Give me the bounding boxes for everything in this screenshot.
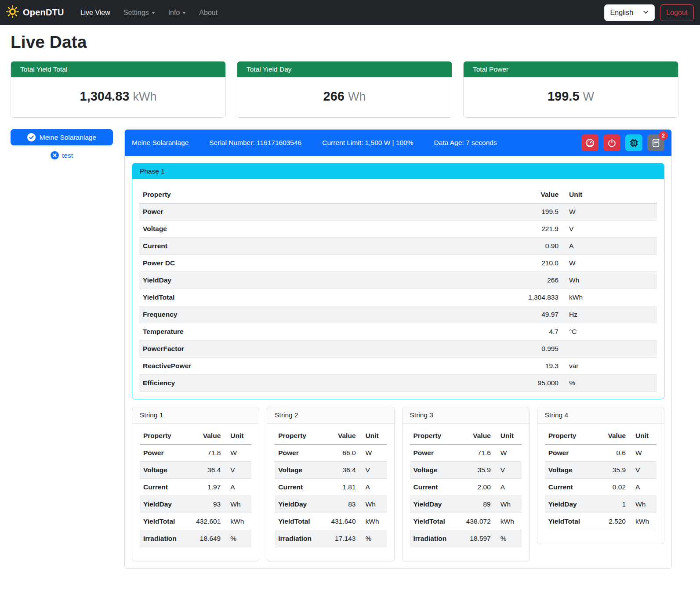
value-cell: 1,304.833 (505, 289, 562, 306)
table-row: YieldDay 266 Wh (139, 272, 657, 289)
table-row: ReactivePower 19.3 var (139, 358, 657, 375)
value-cell: 93 (184, 496, 224, 513)
value-cell: 4.7 (505, 323, 562, 340)
table-row: YieldTotal 432.601 kWh (140, 513, 251, 530)
string-1-table: Property Value Unit Power 71.8 (140, 427, 251, 547)
table-row: YieldTotal 431.640 kWh (275, 513, 386, 530)
property-cell: YieldTotal (275, 513, 319, 530)
property-cell: Frequency (139, 306, 505, 323)
inverter-button-active[interactable]: Meine Solaranlage (11, 129, 113, 145)
table-row: Efficiency 95.000 % (139, 375, 657, 392)
unit-cell: W (562, 203, 657, 221)
value-cell: 36.4 (319, 462, 359, 479)
metric-value: 266 (323, 89, 345, 103)
column-header-unit: Unit (494, 427, 522, 445)
property-cell: Voltage (140, 462, 184, 479)
string-2-table: Property Value Unit Power 66.0 (275, 427, 386, 547)
metric-unit: kWh (133, 90, 156, 103)
property-cell: ReactivePower (139, 358, 505, 375)
phase-table: Property Value Unit Power 199.5 W (139, 186, 657, 392)
property-cell: YieldDay (139, 272, 505, 289)
column-header-value: Value (589, 427, 629, 445)
card-value: 1,304.83kWh (11, 77, 225, 117)
power-button[interactable] (603, 134, 620, 151)
check-circle-icon (27, 133, 36, 141)
phase-panel: Phase 1 Property Value Unit (132, 163, 664, 399)
page-title: Live Data (11, 33, 689, 52)
unit-cell: A (562, 238, 657, 255)
column-header-property: Property (410, 427, 454, 445)
string-card-body: Property Value Unit Power 71.6 (403, 423, 529, 561)
nav-settings[interactable]: Settings (117, 5, 162, 20)
property-cell: Voltage (410, 462, 454, 479)
property-cell: YieldDay (140, 496, 184, 513)
event-log-button[interactable]: 2 (647, 134, 664, 151)
string-card-title: String 1 (132, 407, 259, 423)
value-cell: 71.6 (454, 445, 494, 462)
journal-text-icon (651, 138, 660, 148)
property-cell: YieldTotal (410, 513, 454, 530)
property-cell: Current (410, 479, 454, 496)
brand-name: OpenDTU (23, 7, 64, 18)
nav-about[interactable]: About (192, 5, 224, 20)
brand[interactable]: OpenDTU (6, 5, 64, 20)
value-cell: 95.000 (505, 375, 562, 392)
unit-cell: % (562, 375, 657, 392)
inverter-body: Phase 1 Property Value Unit (125, 156, 671, 568)
device-info-button[interactable] (625, 134, 642, 151)
inverter-header: Meine Solaranlage Serial Number: 1161716… (125, 130, 671, 156)
metric-value: 1,304.83 (80, 89, 130, 103)
value-cell: 199.5 (505, 203, 562, 221)
table-row: YieldDay 83 Wh (275, 496, 386, 513)
limit-settings-button[interactable] (581, 134, 598, 151)
value-cell: 432.601 (184, 513, 224, 530)
property-cell: Power (275, 445, 319, 462)
unit-cell: V (359, 462, 387, 479)
column-header-value: Value (505, 186, 562, 203)
table-row: Temperature 4.7 °C (139, 323, 657, 340)
card-title: Total Yield Day (237, 62, 452, 77)
value-cell: 0.02 (589, 479, 629, 496)
total-yield-day-card: Total Yield Day 266Wh (237, 61, 452, 118)
unit-cell: Wh (629, 496, 656, 513)
inverter-link-test[interactable]: test (11, 151, 113, 159)
property-cell: YieldTotal (140, 513, 184, 530)
nav-info[interactable]: Info (162, 5, 193, 20)
column-header-property: Property (275, 427, 319, 445)
property-cell: Current (140, 479, 184, 496)
value-cell: 221.9 (505, 221, 562, 238)
value-cell: 0.90 (505, 238, 562, 255)
property-cell: Efficiency (139, 375, 505, 392)
column-header-property: Property (545, 427, 589, 445)
property-cell: Irradiation (410, 530, 454, 547)
unit-cell: % (494, 530, 522, 547)
table-row: Power DC 210.0 W (139, 255, 657, 272)
value-cell: 49.97 (505, 306, 562, 323)
unit-cell: kWh (562, 289, 657, 306)
property-cell: Voltage (545, 462, 589, 479)
value-cell: 66.0 (319, 445, 359, 462)
speedometer-icon (585, 138, 595, 148)
card-value: 266Wh (237, 77, 452, 117)
string-3-card: String 3 Property Value Unit (402, 407, 530, 561)
table-row: YieldTotal 2.520 kWh (545, 513, 656, 530)
nav-live-view[interactable]: Live View (74, 5, 117, 20)
value-cell: 83 (319, 496, 359, 513)
property-cell: Temperature (139, 323, 505, 340)
unit-cell: Wh (494, 496, 522, 513)
x-circle-icon (51, 151, 59, 159)
value-cell: 1.81 (319, 479, 359, 496)
unit-cell: A (494, 479, 522, 496)
value-cell: 35.9 (589, 462, 629, 479)
string-1-card: String 1 Property Value Unit (132, 407, 259, 561)
property-cell: YieldTotal (545, 513, 589, 530)
logout-button[interactable]: Logout (660, 4, 694, 21)
property-cell: Irradiation (140, 530, 184, 547)
column-header-value: Value (454, 427, 494, 445)
top-navbar: OpenDTU Live View Settings Info About En… (0, 0, 700, 25)
nav-links: Live View Settings Info About (74, 5, 225, 20)
unit-cell: V (629, 462, 656, 479)
unit-cell (562, 340, 657, 358)
string-card-body: Property Value Unit Power 0.6 (537, 423, 664, 544)
language-select[interactable]: English (604, 4, 655, 21)
